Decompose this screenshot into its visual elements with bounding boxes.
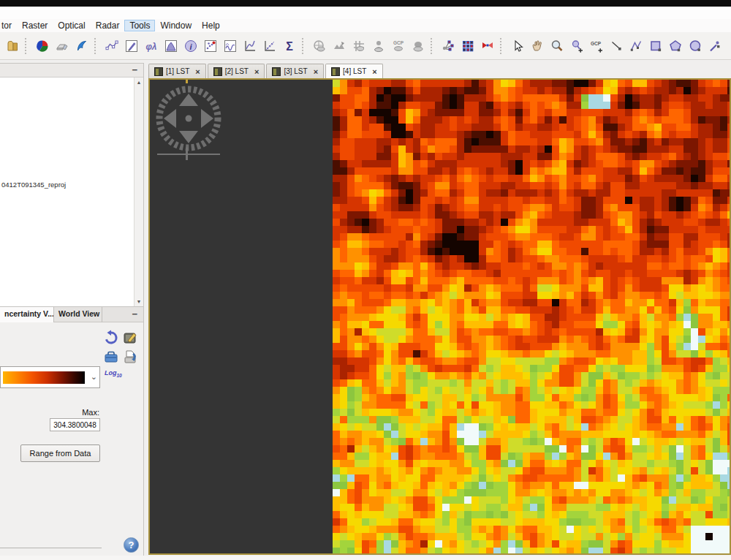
pin-placing-tool-icon[interactable]: [568, 37, 586, 55]
document-tab-label: [4] LST: [343, 67, 366, 75]
scroll-down-icon[interactable]: ▼: [135, 297, 143, 306]
window-title-bar: [0, 0, 731, 7]
pan-down-arrow-icon[interactable]: [179, 131, 198, 143]
image-view[interactable]: [148, 78, 731, 555]
close-icon[interactable]: ×: [372, 67, 376, 76]
scatter-plot-icon[interactable]: [202, 37, 219, 55]
toolbar: φλiΣGCPGCP: [0, 32, 731, 60]
explorer-scrollbar[interactable]: ▲ ▼: [134, 77, 143, 306]
snap-wave-icon[interactable]: [73, 37, 91, 55]
edit-shape-icon[interactable]: [123, 37, 140, 55]
line-tool-icon[interactable]: [607, 37, 625, 55]
colour-manipulation-tabbar: ncertainty V... World View −: [0, 307, 143, 322]
toolbar-separator: [500, 38, 505, 54]
geo-coding-disabled-icon[interactable]: [311, 37, 328, 55]
chevron-down-icon: ⌄: [91, 372, 97, 382]
polygon-tool-icon[interactable]: [667, 37, 684, 55]
zoom-slider-track[interactable]: [157, 154, 220, 155]
tree-item-product[interactable]: 0412T091345_reproj: [1, 181, 66, 189]
compass-center-dot[interactable]: [186, 116, 192, 122]
toolbar-separator: [25, 38, 30, 54]
pan-right-arrow-icon[interactable]: [201, 109, 213, 128]
minimize-panel-button[interactable]: −: [132, 64, 137, 75]
svg-text:φλ: φλ: [146, 41, 157, 51]
range-from-data-button[interactable]: Range from Data: [20, 444, 100, 462]
gcp-blob-disabled-icon[interactable]: [409, 37, 427, 55]
max-value-field[interactable]: [50, 418, 100, 431]
toolbar-separator: [431, 38, 436, 54]
gcp-placing-tool-icon[interactable]: GCP: [588, 37, 605, 55]
information-icon[interactable]: i: [182, 37, 200, 55]
tab-uncertainty-visualisation[interactable]: ncertainty V...: [0, 307, 54, 322]
close-icon[interactable]: ×: [254, 67, 259, 76]
eraser-icon[interactable]: [53, 37, 71, 55]
document-tab-2[interactable]: [2] LST×: [208, 64, 265, 78]
import-palette-icon[interactable]: [102, 347, 121, 366]
pan-left-arrow-icon[interactable]: [164, 109, 176, 128]
zoom-slider-handle[interactable]: [186, 148, 188, 160]
gcp-figure-disabled-icon[interactable]: [370, 37, 387, 55]
svg-text:GCP: GCP: [393, 40, 404, 45]
product-explorer-panel: − 0412T091345_reproj ▲ ▼: [0, 63, 144, 307]
magic-wand-tool-icon[interactable]: [706, 37, 724, 55]
menu-item-tor[interactable]: tor: [0, 20, 17, 31]
gcp-label-disabled-icon[interactable]: GCP: [390, 37, 407, 55]
colour-palette-combobox[interactable]: ⌄: [0, 366, 100, 388]
minimize-panel-button[interactable]: −: [132, 309, 137, 319]
navigation-compass[interactable]: [152, 82, 225, 155]
panel-divider: [0, 548, 102, 548]
spectrum-view-icon[interactable]: [221, 37, 239, 55]
menu-bar: torRasterOpticalRadarToolsWindowHelp: [0, 19, 731, 32]
rgb-image-icon[interactable]: [34, 37, 51, 55]
menu-item-help[interactable]: Help: [197, 20, 225, 31]
band-thumbnail-icon: [331, 67, 340, 76]
snap-application-window: torRasterOpticalRadarToolsWindowHelp φλi…: [0, 0, 731, 560]
select-tool-icon[interactable]: [509, 37, 526, 55]
scroll-up-icon[interactable]: ▲: [135, 77, 143, 87]
menu-item-raster[interactable]: Raster: [17, 20, 53, 31]
gcp-manager-icon[interactable]: [459, 37, 477, 55]
edit-palette-icon[interactable]: [121, 328, 140, 347]
ellipse-tool-icon[interactable]: [686, 37, 704, 55]
tie-point-grid-disabled-icon[interactable]: [350, 37, 368, 55]
product-tree[interactable]: 0412T091345_reproj: [0, 77, 134, 306]
rectangle-tool-icon[interactable]: [647, 37, 664, 55]
help-button[interactable]: ?: [124, 537, 139, 553]
tab-world-view[interactable]: World View: [54, 307, 102, 322]
toolbar-separator: [94, 38, 99, 54]
orthorectify-disabled-icon[interactable]: [330, 37, 348, 55]
title-gap: [0, 7, 731, 19]
menu-item-tools[interactable]: Tools: [124, 20, 155, 31]
polyline-tool-icon[interactable]: [627, 37, 645, 55]
correlative-plot-icon[interactable]: [261, 37, 279, 55]
product-explorer-header: −: [0, 64, 143, 77]
export-palette-icon[interactable]: [121, 347, 140, 366]
zoom-tool-icon[interactable]: [548, 37, 566, 55]
histogram-icon[interactable]: [162, 37, 180, 55]
log10-label[interactable]: Log10: [105, 369, 122, 378]
document-tab-1[interactable]: [1] LST×: [148, 64, 206, 78]
statistics-icon[interactable]: Σ: [281, 37, 298, 55]
close-icon[interactable]: ×: [195, 67, 200, 76]
mask-geometry-icon[interactable]: [103, 37, 121, 55]
pin-manager-icon[interactable]: [439, 37, 457, 55]
profile-plot-icon[interactable]: [241, 37, 259, 55]
pan-tool-icon[interactable]: [529, 37, 546, 55]
open-product-icon[interactable]: [4, 37, 21, 55]
view-border-marker: [186, 80, 188, 83]
menu-item-optical[interactable]: Optical: [53, 20, 90, 31]
max-label: Max:: [29, 408, 99, 417]
geo-coding-phi-lambda-icon[interactable]: φλ: [143, 37, 160, 55]
reset-palette-icon[interactable]: [102, 328, 121, 347]
raster-image[interactable]: [333, 80, 731, 555]
document-tab-label: [3] LST: [284, 67, 307, 75]
document-area: [1] LST×[2] LST×[3] LST×[4] LST×: [148, 63, 731, 555]
menu-item-radar[interactable]: Radar: [91, 20, 125, 31]
close-icon[interactable]: ×: [314, 67, 318, 76]
uncertainty-visualisation-icon[interactable]: [479, 37, 496, 55]
document-tab-4[interactable]: [4] LST×: [325, 64, 383, 78]
menu-item-window[interactable]: Window: [155, 20, 197, 31]
colour-manipulation-panel: ncertainty V... World View − ⌄ Log10 Max…: [0, 307, 144, 556]
pan-up-arrow-icon[interactable]: [179, 94, 198, 106]
document-tab-3[interactable]: [3] LST×: [266, 64, 324, 78]
